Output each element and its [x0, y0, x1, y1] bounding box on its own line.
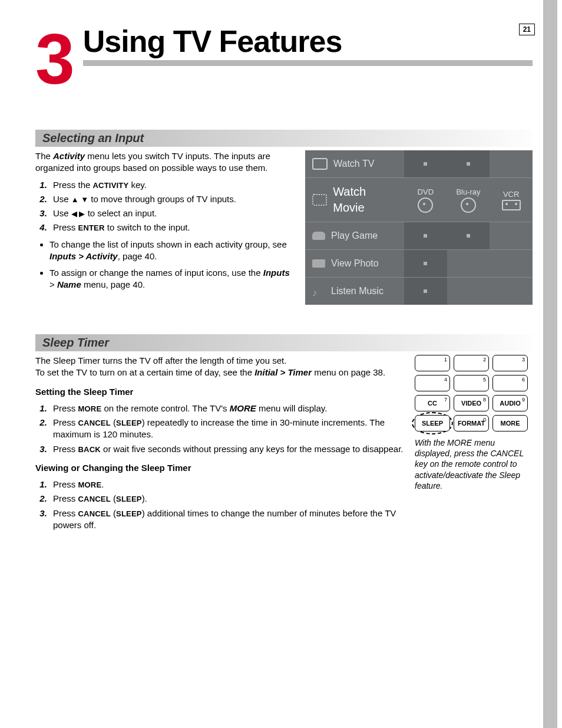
remote-btn-cc: CC7: [415, 395, 450, 411]
vcr-icon: [502, 200, 521, 210]
page-number: 21: [519, 24, 535, 35]
input-steps: Press the ACTIVITY key. Use ▲ ▼ to move …: [35, 179, 296, 234]
remote-btn-video: VIDEO8: [454, 395, 489, 411]
sleep-p2: To set the TV to turn on at a certain ti…: [35, 367, 405, 378]
remote-btn-audio: AUDIO9: [492, 395, 528, 411]
remote-btn-2: 2: [454, 355, 489, 371]
remote-btn-sleep: SLEEP: [415, 415, 450, 431]
chapter-number: 3: [35, 24, 72, 94]
sleep-highlight-ring: SLEEP: [415, 415, 450, 431]
disc-icon: [418, 197, 433, 213]
remote-figure: 1 2 3 4 5 6 CC7 VIDEO8 AUDIO9 SLEEP FORM…: [415, 355, 533, 491]
title-underline: [83, 60, 533, 66]
remote-btn-format: FORMAT0: [454, 415, 489, 431]
page-edge-bar: [543, 0, 557, 728]
remote-btn-6: 6: [492, 375, 528, 391]
activity-menu-figure: Watch TV Watch Movie DVD Blu-ray VCR Pla…: [305, 150, 533, 305]
tv-icon: [312, 158, 328, 170]
view-sleep-steps: Press MORE. Press CANCEL (SLEEP). Press …: [35, 479, 405, 531]
movie-icon: [312, 194, 327, 206]
input-intro: The Activity menu lets you switch TV inp…: [35, 150, 296, 174]
photo-icon: [312, 259, 325, 268]
sleep-p1: The Sleep Timer turns the TV off after t…: [35, 355, 405, 367]
chapter-header: 3 Using TV Features: [35, 24, 533, 94]
section-heading-sleep: Sleep Timer: [35, 334, 533, 351]
section-heading-input: Selecting an Input: [35, 130, 533, 147]
disc-icon: [461, 197, 476, 213]
remote-btn-5: 5: [454, 375, 489, 391]
up-down-arrows-icon: ▲ ▼: [71, 195, 88, 204]
set-sleep-steps: Press MORE on the remote control. The TV…: [35, 403, 405, 455]
remote-caption: With the MORE menu displayed, press the …: [415, 437, 533, 491]
left-right-arrows-icon: ◀ ▶: [71, 209, 85, 218]
chapter-title: Using TV Features: [83, 24, 533, 59]
view-sleep-heading: Viewing or Changing the Sleep Timer: [35, 462, 405, 474]
remote-btn-3: 3: [492, 355, 528, 371]
remote-btn-4: 4: [415, 375, 450, 391]
game-icon: [312, 232, 325, 240]
input-notes: To change the list of inputs shown in ea…: [35, 239, 296, 291]
remote-btn-1: 1: [415, 355, 450, 371]
remote-btn-more: MORE: [492, 415, 528, 431]
set-sleep-heading: Setting the Sleep Timer: [35, 386, 405, 398]
music-icon: ♪: [312, 286, 325, 296]
